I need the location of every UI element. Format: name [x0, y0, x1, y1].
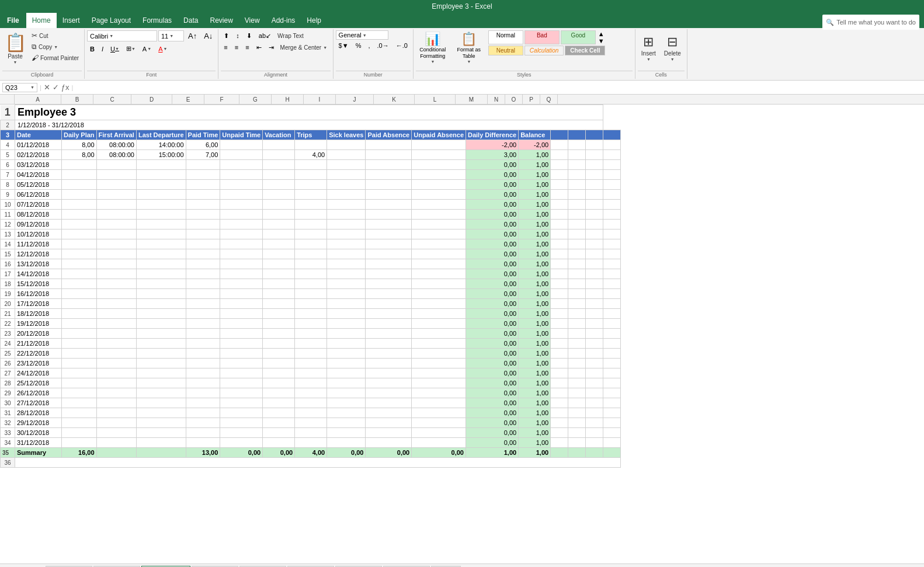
style-calculation[interactable]: Calculation — [524, 46, 564, 55]
cell-diff[interactable]: 0,00 — [466, 299, 519, 309]
cell-departure[interactable] — [136, 229, 186, 239]
cell-unpaid-abs[interactable] — [412, 378, 466, 388]
cell-paid-abs[interactable] — [366, 388, 412, 398]
cell-paid-abs[interactable] — [366, 359, 412, 368]
cell-balance[interactable]: 1,00 — [519, 309, 551, 319]
cell-vacation[interactable] — [263, 180, 295, 190]
cell-paid-abs[interactable] — [366, 190, 412, 200]
cell-n[interactable] — [551, 388, 568, 398]
cell-plan[interactable] — [62, 180, 97, 190]
cell-plan[interactable] — [62, 190, 97, 200]
cell-p[interactable] — [586, 160, 603, 170]
cell-q[interactable] — [603, 279, 621, 289]
cell-plan[interactable]: 8,00 — [62, 140, 97, 150]
cell-unpaid[interactable] — [220, 418, 263, 428]
cell-plan[interactable] — [62, 170, 97, 180]
cell-paid[interactable] — [186, 349, 220, 359]
cell-sick[interactable] — [327, 319, 366, 329]
cell-date[interactable]: 26/12/2018 — [15, 388, 62, 398]
cell-unpaid[interactable] — [220, 249, 263, 259]
cell-paid[interactable] — [186, 339, 220, 349]
cell-unpaid[interactable] — [220, 289, 263, 299]
cell-unpaid[interactable] — [220, 388, 263, 398]
menu-file[interactable]: File — [0, 13, 26, 28]
cell-o[interactable] — [568, 269, 586, 279]
cell-departure[interactable] — [136, 190, 186, 200]
cell-vacation[interactable] — [263, 339, 295, 349]
cell-sick[interactable] — [327, 398, 366, 408]
cell-trips[interactable] — [295, 359, 327, 368]
cell-diff[interactable]: 0,00 — [466, 418, 519, 428]
cell-balance[interactable]: 1,00 — [519, 259, 551, 269]
cell-arrival[interactable]: 08:00:00 — [96, 150, 136, 160]
styles-scroll[interactable]: ▲▼ — [597, 30, 606, 44]
cell-unpaid-abs[interactable] — [412, 170, 466, 180]
cell-date[interactable]: 19/12/2018 — [15, 319, 62, 329]
cell-balance[interactable]: 1,00 — [519, 408, 551, 418]
col-header-p[interactable]: P — [523, 95, 540, 104]
cell-o[interactable] — [568, 249, 586, 259]
cell-departure[interactable] — [136, 259, 186, 269]
cell-unpaid-abs[interactable] — [412, 239, 466, 249]
cell-plan[interactable] — [62, 160, 97, 170]
cell-paid-abs[interactable] — [366, 150, 412, 160]
cell-q[interactable] — [603, 359, 621, 368]
cell-plan[interactable] — [62, 299, 97, 309]
cell-balance[interactable]: 1,00 — [519, 368, 551, 378]
cell-vacation[interactable] — [263, 220, 295, 229]
cell-p[interactable] — [586, 359, 603, 368]
cell-arrival[interactable] — [96, 299, 136, 309]
cell-date[interactable]: 28/12/2018 — [15, 408, 62, 418]
cell-paid-abs[interactable] — [366, 398, 412, 408]
cell-date[interactable]: 22/12/2018 — [15, 349, 62, 359]
cell-q[interactable] — [603, 160, 621, 170]
cell-sick[interactable] — [327, 329, 366, 339]
cell-sick[interactable] — [327, 140, 366, 150]
cell-vacation[interactable] — [263, 150, 295, 160]
cell-n[interactable] — [551, 299, 568, 309]
style-check-cell[interactable]: Check Cell — [565, 46, 605, 55]
style-good[interactable]: Good — [561, 30, 596, 44]
cell-unpaid[interactable] — [220, 309, 263, 319]
cell-plan[interactable] — [62, 349, 97, 359]
cell-paid[interactable] — [186, 299, 220, 309]
cell-diff[interactable]: 0,00 — [466, 160, 519, 170]
cell-p[interactable] — [586, 259, 603, 269]
cell-trips[interactable] — [295, 398, 327, 408]
cell-paid[interactable] — [186, 319, 220, 329]
cell-departure[interactable] — [136, 368, 186, 378]
cell-balance[interactable]: 1,00 — [519, 249, 551, 259]
cell-n[interactable] — [551, 428, 568, 438]
cell-n[interactable] — [551, 349, 568, 359]
cell-q[interactable] — [603, 190, 621, 200]
font-decrease-button[interactable]: A↓ — [201, 30, 216, 41]
cell-balance[interactable]: 1,00 — [519, 200, 551, 210]
cell-unpaid[interactable] — [220, 170, 263, 180]
cell-balance[interactable]: 1,00 — [519, 269, 551, 279]
cell-paid-abs[interactable] — [366, 180, 412, 190]
cell-paid[interactable] — [186, 259, 220, 269]
cell-departure[interactable] — [136, 378, 186, 388]
cell-p[interactable] — [586, 170, 603, 180]
cell-arrival[interactable] — [96, 259, 136, 269]
cell-diff[interactable]: 0,00 — [466, 408, 519, 418]
cell-plan[interactable] — [62, 200, 97, 210]
cell-departure[interactable] — [136, 319, 186, 329]
cell-p[interactable] — [586, 220, 603, 229]
cell-paid[interactable] — [186, 329, 220, 339]
cell-p[interactable] — [586, 190, 603, 200]
cell-q[interactable] — [603, 289, 621, 299]
cell-departure[interactable] — [136, 418, 186, 428]
cell-date[interactable]: 25/12/2018 — [15, 378, 62, 388]
cell-q[interactable] — [603, 220, 621, 229]
cell-o[interactable] — [568, 418, 586, 428]
bold-button[interactable]: B — [87, 44, 98, 54]
cell-sick[interactable] — [327, 180, 366, 190]
cell-n[interactable] — [551, 309, 568, 319]
cell-arrival[interactable] — [96, 319, 136, 329]
cell-o[interactable] — [568, 150, 586, 160]
cell-unpaid[interactable] — [220, 180, 263, 190]
conditional-formatting-button[interactable]: 📊 Conditional Formatting ▼ — [416, 30, 450, 65]
cell-arrival[interactable] — [96, 200, 136, 210]
cell-plan[interactable] — [62, 368, 97, 378]
